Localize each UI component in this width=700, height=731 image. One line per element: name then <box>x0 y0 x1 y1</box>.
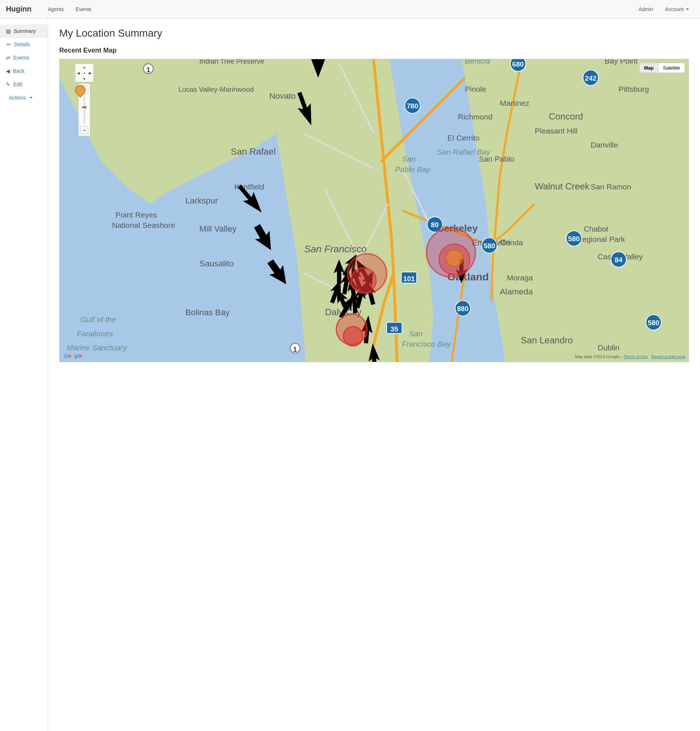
pan-center-icon: ● <box>81 70 87 76</box>
svg-text:680: 680 <box>512 60 524 68</box>
map-type-toggle: Map Satellite <box>639 63 685 73</box>
account-caret-icon <box>686 9 689 10</box>
sidebar-label-back: Back <box>13 68 24 74</box>
svg-text:Pablo Bay: Pablo Bay <box>395 165 431 173</box>
svg-text:Regional Park: Regional Park <box>577 235 625 244</box>
sidebar-item-actions[interactable]: Actions <box>0 91 48 104</box>
sidebar-item-back[interactable]: ◀ Back <box>0 65 48 78</box>
zoom-thumb <box>82 106 87 109</box>
svg-text:San Rafael: San Rafael <box>231 147 276 157</box>
svg-text:Moraga: Moraga <box>507 273 533 282</box>
events-icon: ⇄ <box>6 55 10 61</box>
svg-text:Pittsburg: Pittsburg <box>619 85 649 93</box>
pan-up-icon[interactable]: ▲ <box>81 64 87 70</box>
svg-text:880: 880 <box>457 305 469 313</box>
svg-text:Gulf of the: Gulf of the <box>81 315 116 324</box>
svg-text:Sausalito: Sausalito <box>200 258 234 268</box>
pan-down-icon[interactable]: ▼ <box>81 76 87 82</box>
svg-text:Pinole: Pinole <box>465 85 487 93</box>
svg-text:Alameda: Alameda <box>500 287 533 297</box>
svg-text:80: 80 <box>431 221 439 229</box>
svg-text:Richmond: Richmond <box>458 113 493 121</box>
svg-text:Farallones: Farallones <box>77 329 113 338</box>
map-section-title: Recent Event Map <box>59 47 689 54</box>
svg-point-151 <box>351 268 376 293</box>
map-container[interactable]: Map Satellite ▲ ◀ ● ▶ ▼ <box>59 59 689 362</box>
nav-agents[interactable]: Agents <box>43 3 69 15</box>
main-content: My Location Summary Recent Event Map Map… <box>48 19 700 731</box>
svg-text:580: 580 <box>568 235 580 243</box>
map-zoom-control: ▲ ◀ ● ▶ ▼ + − <box>75 64 94 136</box>
map-svg: Vallejo Concord Walnut Creek Emeryville … <box>60 59 688 362</box>
svg-text:Francisco Bay: Francisco Bay <box>402 340 451 348</box>
brand-logo[interactable]: Huginn <box>6 5 31 13</box>
map-type-map-button[interactable]: Map <box>640 63 659 72</box>
nav-links: Agents Events <box>43 3 633 15</box>
svg-text:Chabot: Chabot <box>584 225 609 233</box>
actions-caret-icon <box>29 97 32 98</box>
svg-text:Pleasant Hill: Pleasant Hill <box>535 126 577 135</box>
navbar-right: Admin Account <box>633 3 694 15</box>
back-icon: ◀ <box>6 68 10 74</box>
page-title: My Location Summary <box>59 27 689 39</box>
sidebar-label-details: Details <box>14 41 30 47</box>
svg-text:580: 580 <box>648 319 659 327</box>
account-label: Account <box>665 6 684 12</box>
map-data-text: Map data ©2013 Google <box>575 354 619 359</box>
sidebar-label-actions: Actions <box>9 95 26 101</box>
svg-text:Mill Valley: Mill Valley <box>200 224 237 233</box>
sidebar-item-edit[interactable]: ✎ Edit <box>0 78 48 91</box>
account-menu[interactable]: Account <box>660 3 694 15</box>
svg-text:Bolinas Bay: Bolinas Bay <box>185 307 230 317</box>
sidebar-item-events[interactable]: ⇄ Events <box>0 51 48 65</box>
edit-icon: ✎ <box>6 81 10 87</box>
sidebar-item-details[interactable]: ≔ Details <box>0 38 48 51</box>
svg-text:El Cerrito: El Cerrito <box>447 134 480 142</box>
svg-text:San Ramon: San Ramon <box>591 182 631 191</box>
svg-text:Novato: Novato <box>269 91 296 101</box>
sidebar-item-summary[interactable]: ▤ Summary <box>0 24 48 38</box>
sidebar-label-edit: Edit <box>13 81 22 87</box>
svg-text:Lucas Valley-Marinwood: Lucas Valley-Marinwood <box>178 85 254 93</box>
svg-text:Martinez: Martinez <box>500 99 530 107</box>
svg-text:National Seashore: National Seashore <box>112 221 175 229</box>
svg-text:84: 84 <box>615 256 623 264</box>
pan-control[interactable]: ▲ ◀ ● ▶ ▼ <box>75 64 94 82</box>
zoom-out-button[interactable]: − <box>80 126 88 134</box>
admin-label: Admin <box>633 3 659 15</box>
pan-right-icon[interactable]: ▶ <box>87 70 93 76</box>
svg-text:Benicia: Benicia <box>465 59 490 65</box>
svg-point-153 <box>343 327 363 346</box>
svg-text:San Francisco: San Francisco <box>304 244 367 254</box>
svg-text:Dublin: Dublin <box>597 343 619 352</box>
svg-text:1: 1 <box>293 345 297 353</box>
svg-text:Indian Tree Preserve: Indian Tree Preserve <box>200 59 264 65</box>
svg-text:San Pablo: San Pablo <box>479 155 514 163</box>
svg-text:Orinda: Orinda <box>500 238 523 247</box>
map-attribution: Map data ©2013 Google – Terms of Use Rep… <box>575 354 685 359</box>
terms-of-use-link[interactable]: Terms of Use <box>624 354 648 359</box>
map-type-satellite-button[interactable]: Satellite <box>659 63 684 72</box>
svg-text:Bay Point: Bay Point <box>605 59 637 65</box>
navbar: Huginn Agents Events Admin Account <box>0 0 700 19</box>
svg-text:1: 1 <box>147 66 151 73</box>
svg-text:35: 35 <box>390 325 398 333</box>
svg-text:Larkspur: Larkspur <box>185 196 218 206</box>
svg-text:101: 101 <box>403 275 415 283</box>
svg-text:780: 780 <box>406 102 418 110</box>
report-error-link[interactable]: Report a map error <box>651 354 685 359</box>
sidebar-label-events: Events <box>13 55 29 61</box>
google-logo: Google <box>64 353 82 359</box>
svg-text:San: San <box>409 329 423 338</box>
svg-text:Danville: Danville <box>591 141 618 149</box>
svg-text:Walnut Creek: Walnut Creek <box>535 181 590 191</box>
svg-text:Concord: Concord <box>549 112 583 121</box>
svg-point-156 <box>446 250 463 266</box>
main-layout: ▤ Summary ≔ Details ⇄ Events ◀ Back ✎ Ed… <box>0 19 700 731</box>
svg-text:Marine Sanctuary: Marine Sanctuary <box>67 343 127 352</box>
svg-text:San Leandro: San Leandro <box>521 335 573 345</box>
details-icon: ≔ <box>6 41 11 47</box>
summary-icon: ▤ <box>6 28 11 34</box>
pan-left-icon[interactable]: ◀ <box>75 70 81 76</box>
nav-events[interactable]: Events <box>70 3 97 15</box>
